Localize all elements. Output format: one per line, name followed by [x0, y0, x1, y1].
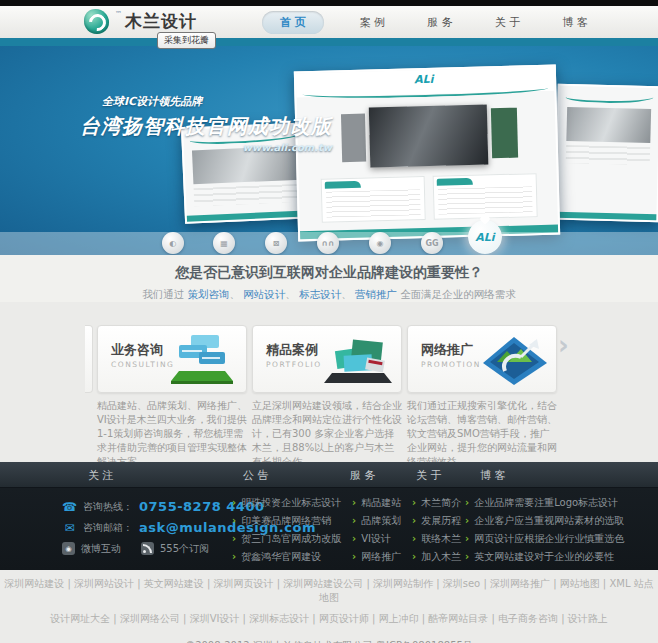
phone-icon: ☎: [62, 500, 77, 514]
seo-link[interactable]: 深圳seo: [443, 578, 480, 589]
seo-link[interactable]: 深圳网站制作: [373, 578, 433, 589]
main-nav: 首 页 案 例 服 务 关 于 博 客: [262, 6, 594, 38]
website-screenshot-right: [554, 84, 658, 223]
seo-links-row-2: 设计网址大全 | 深圳网络公司 | 深圳VI设计 | 深圳标志设计 | 网页设计…: [0, 612, 658, 626]
arrow-icon: ›: [412, 533, 416, 544]
consulting-illustration: [167, 331, 241, 387]
huaban-collect-button[interactable]: 采集到花瓣: [157, 32, 216, 49]
nav-blog[interactable]: 博 客: [556, 11, 594, 34]
about-link[interactable]: ›木兰简介: [412, 494, 461, 512]
intro-subtext: 我们通过 策划咨询、 网站设计、 标志设计、 营销推广 全面满足企业的网络需求: [0, 288, 658, 302]
client-logo-dot[interactable]: ◐: [162, 232, 184, 254]
footer-title-notices: 公 告: [243, 468, 269, 483]
arrow-icon: ›: [232, 497, 236, 508]
swoosh-decoration: [302, 82, 548, 100]
carousel-next-arrow-icon[interactable]: ›: [558, 332, 569, 358]
client-logo-dot[interactable]: ⊠: [265, 232, 287, 254]
seo-link[interactable]: 深圳标志设计: [249, 613, 309, 624]
about-link[interactable]: ›发展历程: [412, 512, 461, 530]
teal-divider-strip: [0, 38, 658, 46]
rss-icon[interactable]: [141, 542, 154, 555]
service-promotion: 网络推广 PROMOTION 我们通过正规搜索引擎优化，结合论坛营销、博客营销、…: [407, 302, 559, 462]
seo-link[interactable]: 设计网址大全: [50, 613, 110, 624]
seo-link[interactable]: 深圳网站设计: [74, 578, 134, 589]
notice-link[interactable]: ›印美赛品牌网络营销: [232, 512, 341, 530]
arrow-icon: ›: [412, 497, 416, 508]
nav-about[interactable]: 关 于: [489, 11, 527, 34]
blog-link[interactable]: ›网页设计应根据企业行业慎重选色: [465, 530, 624, 548]
link-logodesign[interactable]: 标志设计: [299, 288, 341, 300]
hero-banner[interactable]: 全球IC设计领先品牌 台湾扬智科技官网成功改版 www.ali.com.tw A…: [0, 46, 658, 255]
carousel-previous-card-edge: [85, 325, 93, 393]
footer-body: ☎ 咨询热线： 0755-8278 4400 ✉ 咨询邮箱： ask@mulan…: [0, 488, 658, 570]
card-title: 精品案例: [266, 341, 318, 359]
seo-link[interactable]: 设计路上: [568, 613, 608, 624]
footer-column-headers: 关 注 公 告 服 务 关 于 博 客: [0, 462, 658, 488]
link-planning[interactable]: 策划咨询: [187, 288, 229, 300]
seo-link[interactable]: 网页设计师: [319, 613, 369, 624]
arrow-icon: ›: [412, 515, 416, 526]
seo-link[interactable]: 网站地图: [560, 578, 600, 589]
trademark-symbol: ™: [115, 10, 123, 18]
footer-title-follow: 关 注: [88, 468, 114, 483]
client-logo-dot[interactable]: ∩∩: [317, 232, 339, 254]
seo-link[interactable]: 英文网站建设: [144, 578, 204, 589]
seo-link[interactable]: 深圳网页设计: [214, 578, 274, 589]
arrow-icon: ›: [352, 497, 356, 508]
arrow-icon: ›: [465, 533, 469, 544]
promotion-card[interactable]: 网络推广 PROMOTION: [407, 325, 557, 393]
service-link[interactable]: ›VI设计: [352, 530, 401, 548]
nav-cases[interactable]: 案 例: [354, 11, 392, 34]
portfolio-card[interactable]: 精品案例 PORTFOLIO: [252, 325, 402, 393]
notice-link[interactable]: ›贺鑫鸿华官网建设: [232, 548, 341, 566]
hotline-label: 咨询热线：: [83, 500, 133, 514]
client-logo-dot[interactable]: GG: [421, 232, 443, 254]
consulting-card[interactable]: 业务咨询 CONSULTING: [97, 325, 247, 393]
blog-link[interactable]: ›企业客户应当重视网站素材的选取: [465, 512, 624, 530]
services-section: 业务咨询 CONSULTING 精品建站、品牌策划、网络推广、VI设计是木兰四大…: [0, 302, 658, 462]
dark-footer: 关 注 公 告 服 务 关 于 博 客 ☎ 咨询热线： 0755-8278 44…: [0, 462, 658, 570]
footer-title-about: 关 于: [416, 468, 442, 483]
notice-link[interactable]: ›明珠投资企业标志设计: [232, 494, 341, 512]
portfolio-illustration: [322, 331, 396, 387]
link-marketing[interactable]: 营销推广: [355, 288, 397, 300]
seo-link[interactable]: 深圳网络推广: [490, 578, 550, 589]
nav-services[interactable]: 服 务: [421, 11, 459, 34]
service-link[interactable]: ›品牌策划: [352, 512, 401, 530]
logo-text: ™木兰设计: [115, 10, 197, 33]
client-logo-dot[interactable]: ▦: [213, 232, 235, 254]
blog-link[interactable]: ›企业品牌需要注重Logo标志设计: [465, 494, 624, 512]
notice-link[interactable]: ›贺三门岛官网成功改版: [232, 530, 341, 548]
seo-link[interactable]: 深圳网络公司: [120, 613, 180, 624]
blog-link[interactable]: ›英文网站建设对于企业的必要性: [465, 548, 624, 566]
client-logo-dot-active[interactable]: ALi: [468, 220, 502, 254]
service-link[interactable]: ›网络推广: [352, 548, 401, 566]
about-link[interactable]: ›联络木兰: [412, 530, 461, 548]
footer-title-blog: 博 客: [480, 468, 506, 483]
service-link[interactable]: ›精品建站: [352, 494, 401, 512]
seo-links-row-1: 深圳网站建设 | 深圳网站设计 | 英文网站建设 | 深圳网页设计 | 深圳网站…: [0, 577, 658, 605]
arrow-icon: ›: [352, 551, 356, 562]
arrow-icon: ›: [232, 551, 236, 562]
seo-link[interactable]: 深圳网站建设公司: [283, 578, 363, 589]
seo-link[interactable]: 网上冲印: [379, 613, 419, 624]
seo-link[interactable]: XML 站点地图: [319, 578, 654, 603]
seo-link[interactable]: 酷帝网站目录: [428, 613, 488, 624]
rss-subscriber-count[interactable]: 555个订阅: [160, 542, 209, 556]
weibo-label[interactable]: 微博互动: [81, 542, 121, 556]
bottom-links-section: 深圳网站建设 | 深圳网站设计 | 英文网站建设 | 深圳网页设计 | 深圳网站…: [0, 570, 658, 643]
seo-link[interactable]: 深圳VI设计: [190, 613, 240, 624]
website-screenshot-main: ALi: [294, 65, 560, 242]
about-link[interactable]: ›加入木兰: [412, 548, 461, 566]
card-title: 网络推广: [421, 341, 473, 359]
nav-home[interactable]: 首 页: [262, 11, 324, 34]
seo-link[interactable]: 深圳网站建设: [4, 578, 64, 589]
logo[interactable]: ™木兰设计: [84, 9, 197, 34]
seo-link[interactable]: 电子商务咨询: [498, 613, 558, 624]
link-webdesign[interactable]: 网站设计: [243, 288, 285, 300]
intro-section: 您是否已意识到互联网对企业品牌建设的重要性？ 我们通过 策划咨询、 网站设计、 …: [0, 255, 658, 302]
intro-prefix: 我们通过: [142, 288, 187, 300]
client-logo-dot[interactable]: ◉: [369, 232, 391, 254]
weibo-icon[interactable]: ◉: [62, 542, 75, 555]
promotion-illustration: [477, 331, 551, 387]
